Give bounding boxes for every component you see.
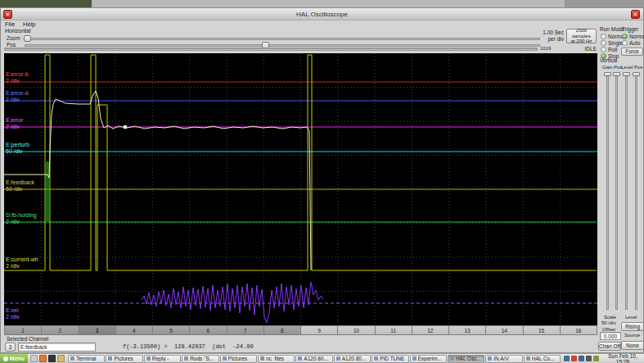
channel-tab-9[interactable]: 9 <box>301 325 338 335</box>
channel-tab-1[interactable]: 1 <box>4 325 42 335</box>
trigger-level-label: Level <box>621 65 633 70</box>
channel-tab-11[interactable]: 11 <box>376 325 412 335</box>
record-length-button[interactable]: 2000 samples at 200 Hz <box>566 29 597 43</box>
taskbar-window-4[interactable]: Rods "S... <box>182 355 218 363</box>
channel-tab-16[interactable]: 16 <box>561 325 597 335</box>
taskbar-window-label: Reply - <box>152 356 169 361</box>
trigger-pos-slider-handle[interactable] <box>633 72 640 76</box>
gain-slider-handle[interactable] <box>604 72 611 76</box>
zoom-slider-handle[interactable] <box>24 35 31 42</box>
browser-icon[interactable] <box>39 355 47 362</box>
channel-tab-5[interactable]: 5 <box>153 325 190 335</box>
channel-tab-2[interactable]: 2 <box>42 325 79 335</box>
channel-tab-4[interactable]: 4 <box>116 325 153 335</box>
taskbar-window-13[interactable]: HAL Co... <box>524 355 561 363</box>
taskbar-window-1[interactable]: Terminal <box>68 355 105 363</box>
taskbar-window-8[interactable]: A120 80... <box>334 355 371 363</box>
title-bar[interactable]: HAL Oscilloscope <box>1 8 643 20</box>
window-icon <box>146 356 151 361</box>
trigger-title: Trigger <box>622 26 638 32</box>
distro-logo-icon <box>3 356 8 361</box>
taskbar-window-12[interactable]: IN A/V <box>485 355 522 363</box>
channel-label-3: E:error <box>6 117 24 123</box>
run-mode-option-single[interactable]: Single <box>601 39 622 46</box>
channel-tab-7[interactable]: 7 <box>227 325 264 335</box>
window-icon <box>298 356 302 361</box>
trigger-option-label: Normal <box>629 34 644 39</box>
zoom-slider[interactable] <box>25 38 540 40</box>
gain-label: Gain <box>602 65 613 70</box>
taskbar-window-10[interactable]: Experim... <box>410 355 447 363</box>
channel-label-4: E:perturb <box>6 142 29 148</box>
channel-label-2: E:error-d <box>6 90 29 96</box>
channel-scale-6: 2 /div <box>6 219 20 225</box>
file-manager-icon[interactable] <box>57 355 65 362</box>
pos-label: Pos <box>7 42 16 48</box>
vertical-pos-slider[interactable] <box>615 72 618 310</box>
window-icon <box>450 356 454 361</box>
gain-slider[interactable] <box>606 72 609 310</box>
quick-launchers <box>28 355 67 362</box>
vertical-pos-slider-handle[interactable] <box>613 72 620 76</box>
taskbar-window-3[interactable]: Reply - <box>144 355 181 363</box>
offset-value-box[interactable]: 0.000 <box>600 332 621 340</box>
run-mode-option-roll[interactable]: Roll <box>601 46 622 52</box>
taskbar-window-9[interactable]: PID TUNE <box>372 355 408 363</box>
window-close-icon-left[interactable]: ✕ <box>3 10 12 19</box>
run-mode-option-normal[interactable]: Normal <box>601 33 622 39</box>
window-close-icon[interactable]: ✕ <box>631 10 640 19</box>
taskbar-window-label: IN A/V <box>493 356 508 361</box>
terminal-icon[interactable] <box>48 355 56 362</box>
taskbar-window-7[interactable]: A120 80... <box>295 355 332 363</box>
battery-icon[interactable] <box>593 356 599 361</box>
volume-icon[interactable] <box>586 356 592 361</box>
pos-slider[interactable] <box>25 44 540 47</box>
channel-tab-3[interactable]: 3 <box>79 325 116 335</box>
vel-noise-trace <box>142 282 323 323</box>
radio-icon <box>601 47 606 52</box>
input-method-icon[interactable] <box>564 356 570 361</box>
taskbar-window-6[interactable]: nc_files <box>258 355 295 363</box>
menu-file[interactable]: File <box>5 20 15 28</box>
trigger-source-button[interactable]: None <box>621 341 644 350</box>
trigger-pos-slider[interactable] <box>635 72 637 310</box>
trigger-level-slider[interactable] <box>625 72 628 310</box>
taskbar-window-label: Terminal <box>76 356 97 361</box>
selected-channel-number[interactable]: 3 <box>5 343 16 352</box>
record-length-line2: at 200 Hz <box>571 39 592 44</box>
taskbar-window-2[interactable]: Pictures <box>106 355 142 363</box>
channel-tab-8[interactable]: 8 <box>264 325 301 335</box>
channel-tabs: 12345678910111213141516 <box>4 325 597 335</box>
taskbar-window-11[interactable]: HAL Osc... <box>448 355 484 363</box>
force-trigger-button[interactable]: Force <box>621 48 643 56</box>
trigger-option-auto[interactable]: Auto <box>622 39 644 46</box>
chan-off-button[interactable]: Chan Off <box>598 342 621 351</box>
trigger-option-normal[interactable]: Normal <box>622 33 644 39</box>
channel-tab-15[interactable]: 15 <box>524 325 561 335</box>
taskbar-window-label: HAL Co... <box>532 356 555 361</box>
trigger-level-slider-handle[interactable] <box>623 72 630 76</box>
window-icon <box>108 356 112 361</box>
show-desktop-icon[interactable] <box>30 355 38 362</box>
sec-per-div-line1: 1.00 Sec <box>528 29 564 35</box>
selected-channel-name-box[interactable]: E:feedback <box>18 343 96 352</box>
channel-tab-12[interactable]: 12 <box>412 325 449 335</box>
network-icon[interactable] <box>579 356 584 361</box>
menu-help[interactable]: Help <box>23 20 35 28</box>
channel-tab-13[interactable]: 13 <box>449 325 486 335</box>
update-manager-icon[interactable] <box>571 356 577 361</box>
background-window-edge-light <box>92 0 565 7</box>
background-window-edge-mid <box>565 0 644 7</box>
scope-display: E:error-b2 /divE:error-d2 /divE:error2 /… <box>4 53 597 325</box>
channel-tab-14[interactable]: 14 <box>486 325 523 335</box>
trigger-pos-label: Pos <box>634 65 642 70</box>
trigger-edge-button[interactable]: Rising <box>621 322 644 331</box>
channel-tab-6[interactable]: 6 <box>190 325 227 335</box>
vertical-title: Vertical <box>600 57 617 63</box>
trace-marker-dot <box>124 125 127 129</box>
menu-button[interactable]: Menu <box>0 354 28 363</box>
taskbar-window-5[interactable]: Pictures <box>220 355 257 363</box>
taskbar-clock[interactable]: Sun Feb 10, 15:28 <box>601 353 644 363</box>
channel-tab-10[interactable]: 10 <box>338 325 375 335</box>
channel-label-7: E:current-wh <box>6 256 38 262</box>
